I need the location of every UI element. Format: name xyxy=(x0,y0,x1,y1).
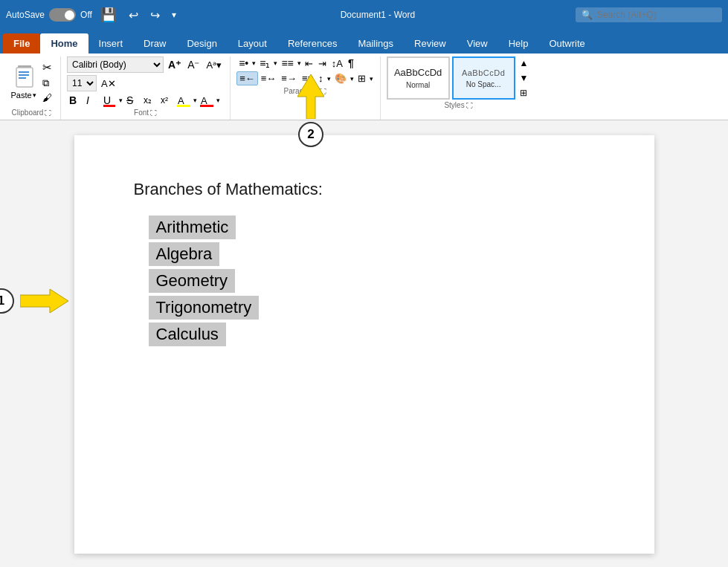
clipboard-expand[interactable]: ⛶ xyxy=(45,109,51,117)
style-nospace-label: No Spac... xyxy=(466,80,501,88)
bullets-button[interactable]: ≡• xyxy=(236,56,251,70)
tab-draw[interactable]: Draw xyxy=(133,33,176,54)
show-hide-button[interactable]: ¶ xyxy=(346,56,356,70)
doc-title: Branches of Mathematics: xyxy=(134,180,595,199)
font-shrink-button[interactable]: A⁻ xyxy=(185,58,202,71)
font-color-dropdown[interactable]: ▾ xyxy=(216,97,221,104)
borders-dropdown[interactable]: ▾ xyxy=(369,75,374,82)
strikethrough-button[interactable]: S xyxy=(124,94,141,107)
font-grow-button[interactable]: A⁺ xyxy=(166,58,183,71)
font-size-select[interactable]: 11 xyxy=(67,75,97,91)
style-normal[interactable]: AaBbCcDd Normal xyxy=(387,56,450,100)
bullets-dropdown[interactable]: ▾ xyxy=(251,59,257,67)
font-expand[interactable]: ⛶ xyxy=(150,109,157,117)
borders-button[interactable]: ⊞ xyxy=(355,72,368,85)
document-title: Document1 - Word xyxy=(180,10,576,20)
autosave-toggle[interactable] xyxy=(49,8,76,22)
svg-rect-4 xyxy=(19,77,26,79)
styles-expand[interactable]: ⊞ xyxy=(518,87,531,99)
list-item: Trigonometry xyxy=(149,294,595,321)
paste-label: Paste xyxy=(10,91,31,100)
tab-insert[interactable]: Insert xyxy=(88,33,134,54)
shading-button[interactable]: 🎨 xyxy=(332,72,349,85)
styles-expand-btn[interactable]: ⛶ xyxy=(466,102,473,109)
font-group: Calibri (Body) A⁺ A⁻ Aᵃ▾ 11 A✕ B I U ▾ xyxy=(61,56,231,120)
align-left-button[interactable]: ≡← xyxy=(236,71,258,85)
increase-indent-button[interactable]: ⇥ xyxy=(316,57,329,70)
tab-view[interactable]: View xyxy=(457,33,498,54)
paste-dropdown[interactable]: ▾ xyxy=(32,91,37,99)
style-no-space[interactable]: AaBbCcDd No Spac... xyxy=(452,56,515,100)
svg-marker-5 xyxy=(20,289,68,313)
svg-rect-3 xyxy=(19,74,29,76)
decrease-indent-button[interactable]: ⇤ xyxy=(303,57,315,70)
line-spacing-button[interactable]: ↕ xyxy=(316,72,326,85)
highlight-dropdown[interactable]: ▾ xyxy=(193,97,198,104)
tab-outwrite[interactable]: Outwrite xyxy=(538,33,595,54)
tab-help[interactable]: Help xyxy=(498,33,539,54)
search-input[interactable] xyxy=(597,10,716,20)
autosave-label: AutoSave xyxy=(6,10,45,20)
style-normal-preview: AaBbCcDd xyxy=(394,67,442,78)
list-item-text: Trigonometry xyxy=(149,296,260,320)
change-case-button[interactable]: Aᵃ▾ xyxy=(204,59,224,71)
font-format-row: B I U ▾ S x₂ x² A ▾ A ▾ xyxy=(67,94,224,107)
italic-button[interactable]: I xyxy=(84,94,100,107)
justify-button[interactable]: ≡≡ xyxy=(300,72,315,85)
ribbon-panel: Paste ▾ ✂ ⧉ 🖌 Clipboard ⛶ Calibri (Body)… xyxy=(0,54,728,120)
svg-rect-2 xyxy=(19,71,29,73)
annotation-circle-1: 1 xyxy=(0,288,14,314)
save-button[interactable]: 💾 xyxy=(97,5,120,25)
autosave-state: Off xyxy=(80,10,92,20)
superscript-button[interactable]: x² xyxy=(158,94,175,106)
tab-design[interactable]: Design xyxy=(176,33,227,54)
font-family-select[interactable]: Calibri (Body) xyxy=(67,56,164,73)
shading-dropdown[interactable]: ▾ xyxy=(349,75,355,82)
undo-button[interactable]: ↩ xyxy=(125,7,142,24)
line-spacing-dropdown[interactable]: ▾ xyxy=(326,75,332,82)
align-right-button[interactable]: ≡→ xyxy=(279,72,299,85)
tab-mailings[interactable]: Mailings xyxy=(347,33,404,54)
format-painter-button[interactable]: 🖌 xyxy=(40,91,54,104)
paragraph-group: ≡• ▾ ≡₁ ▾ ≡≡ ▾ ⇤ ⇥ ↕A ¶ ≡← ≡↔ ≡→ ≡≡ ↕ ▾ … xyxy=(231,56,380,120)
underline-dropdown[interactable]: ▾ xyxy=(118,97,123,104)
paste-button[interactable] xyxy=(9,64,39,91)
multilevel-button[interactable]: ≡≡ xyxy=(279,56,295,70)
doc-list: Arithmetic Algebra Geometry Trigonometry… xyxy=(149,214,595,348)
tab-review[interactable]: Review xyxy=(404,33,457,54)
style-normal-label: Normal xyxy=(406,81,430,89)
clear-formatting-button[interactable]: A✕ xyxy=(99,77,118,90)
list-item-text: Geometry xyxy=(149,269,236,293)
paragraph-expand[interactable]: ⛶ xyxy=(320,88,326,95)
document-page: 1 Branches of Mathematics: Arithmetic Al… xyxy=(74,135,654,554)
search-icon: 🔍 xyxy=(582,10,593,20)
bold-button[interactable]: B xyxy=(67,94,83,107)
annotation-arrow-1 xyxy=(20,288,68,314)
styles-scroll-up[interactable]: ▲ xyxy=(518,57,531,69)
subscript-button[interactable]: x₂ xyxy=(141,94,158,106)
numbering-dropdown[interactable]: ▾ xyxy=(273,59,278,67)
list-item: Arithmetic xyxy=(149,214,595,241)
cut-button[interactable]: ✂ xyxy=(40,60,54,75)
redo-button[interactable]: ↪ xyxy=(146,7,164,24)
style-nospace-preview: AaBbCcDd xyxy=(462,68,505,77)
customize-button[interactable]: ▾ xyxy=(168,8,180,22)
copy-button[interactable]: ⧉ xyxy=(40,77,54,90)
tab-references[interactable]: References xyxy=(277,33,347,54)
list-item: Algebra xyxy=(149,241,595,268)
numbering-button[interactable]: ≡₁ xyxy=(257,56,272,70)
list-item-text: Arithmetic xyxy=(149,216,236,239)
multilevel-dropdown[interactable]: ▾ xyxy=(297,59,302,67)
list-item: Geometry xyxy=(149,268,595,294)
styles-scroll-down[interactable]: ▼ xyxy=(518,72,531,84)
styles-group: AaBbCcDd Normal AaBbCcDd No Spac... ▲ ▼ … xyxy=(381,56,537,120)
search-area: 🔍 xyxy=(576,7,722,22)
tab-layout[interactable]: Layout xyxy=(228,33,277,54)
ribbon-tabs: File Home Insert Draw Design Layout Refe… xyxy=(0,30,728,54)
title-bar: AutoSave Off 💾 ↩ ↪ ▾ Document1 - Word 🔍 xyxy=(0,0,728,30)
tab-home[interactable]: Home xyxy=(40,33,88,54)
sort-button[interactable]: ↕A xyxy=(329,57,345,70)
list-item: Calculus xyxy=(149,321,595,348)
align-center-button[interactable]: ≡↔ xyxy=(259,72,279,85)
tab-file[interactable]: File xyxy=(3,33,40,54)
